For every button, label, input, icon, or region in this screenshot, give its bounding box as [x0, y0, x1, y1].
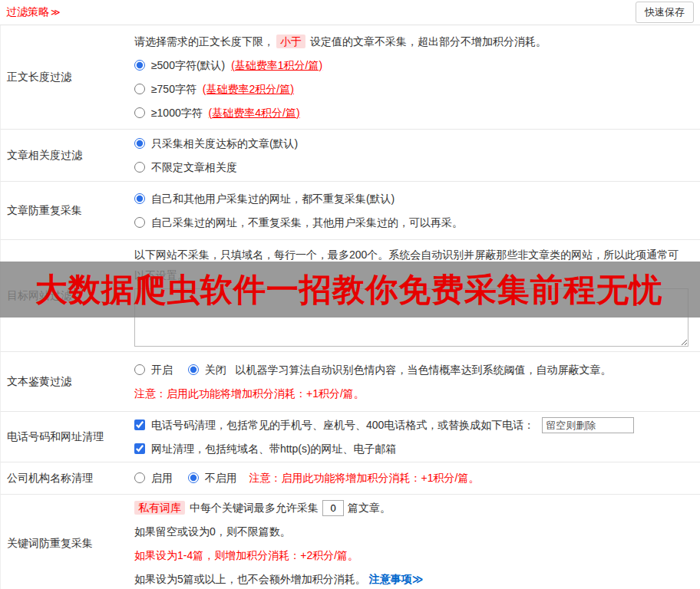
radio-option-ge500[interactable]: ≥500字符(默认) (基础费率1积分/篇): [134, 54, 694, 77]
section-company-clean-label: 公司机构名称清理: [1, 462, 134, 494]
section-phone-url: 电话号码和网址清理 电话号码清理，包括常见的手机号、座机号、400电话格式，或替…: [0, 412, 700, 462]
intro-post: 设定值的文章不采集，超出部分不增加积分消耗。: [310, 35, 546, 48]
section-porn-filter: 文本鉴黄过滤 开启 关闭 以机器学习算法自动识别色情内容，当色情概率达到系统阈值…: [0, 352, 700, 412]
radio-option-porn-off[interactable]: 关闭: [188, 364, 229, 376]
radio-ge1000-label: ≥1000字符: [151, 107, 203, 119]
page-title-text: 过滤策略: [6, 5, 49, 18]
radio-option-relevance-strict[interactable]: 只采集相关度达标的文章(默认): [134, 132, 694, 156]
notes-link[interactable]: 注意事项≫: [369, 573, 424, 585]
phone-replace-input[interactable]: [542, 417, 634, 433]
radio-option-ge750[interactable]: ≥750字符 (基础费率2积分/篇): [134, 77, 694, 101]
radio-ge750[interactable]: [134, 84, 145, 94]
keyword-rule-5plus: 如果设为5篇或以上，也不会额外增加积分消耗。: [134, 573, 366, 585]
radio-dedup-global-label: 自己和其他用户采集过的网址，都不重复采集(默认): [151, 192, 395, 205]
radio-company-disable-label: 不启用: [205, 472, 237, 484]
radio-porn-on-label: 开启: [151, 364, 173, 376]
chevron-down-icon: ≫: [51, 7, 61, 18]
radio-option-company-enable[interactable]: 启用: [134, 472, 176, 484]
radio-option-ge1000[interactable]: ≥1000字符 (基础费率4积分/篇): [134, 101, 694, 125]
section-porn-filter-label: 文本鉴黄过滤: [1, 352, 134, 411]
checkbox-option-url-clean[interactable]: 网址清理，包括纯域名、带http(s)的网址、电子邮箱: [134, 443, 397, 455]
radio-ge750-fee: (基础费率2积分/篇): [203, 83, 294, 95]
radio-option-company-disable[interactable]: 不启用: [188, 472, 240, 484]
keyword-rule-1-4: 如果设为1-4篇，则增加积分消耗：+2积分/篇。: [134, 544, 694, 568]
radio-porn-on[interactable]: [134, 364, 145, 375]
checkbox-phone-clean-label: 电话号码清理，包括常见的手机号、座机号、400电话格式，或替换成如下电话：: [151, 419, 534, 431]
radio-company-enable-label: 启用: [151, 472, 173, 484]
radio-ge500-label: ≥500字符(默认): [151, 59, 225, 71]
checkbox-option-phone-clean[interactable]: 电话号码清理，包括常见的手机号、座机号、400电话格式，或替换成如下电话：: [134, 419, 537, 431]
radio-company-disable[interactable]: [188, 472, 199, 483]
section-dedup: 文章防重复采集 自己和其他用户采集过的网址，都不重复采集(默认) 自己采集过的网…: [0, 182, 700, 240]
radio-option-dedup-global[interactable]: 自己和其他用户采集过的网址，都不重复采集(默认): [134, 187, 694, 211]
radio-ge1000[interactable]: [134, 107, 145, 118]
radio-porn-off[interactable]: [188, 364, 199, 375]
company-clean-note: 注意：启用此功能将增加积分消耗：+1积分/篇。: [249, 472, 480, 484]
radio-relevance-strict-label: 只采集相关度达标的文章(默认): [151, 137, 298, 150]
intro-pre: 请选择需求的正文长度下限，: [134, 35, 274, 48]
quick-save-button[interactable]: 快速保存: [636, 2, 694, 23]
target-site-desc: 以下网站不采集，只填域名，每行一个，最多200个。系统会自动识别并屏蔽那些非文章…: [134, 245, 688, 286]
radio-relevance-any[interactable]: [134, 162, 145, 173]
section-relevance-label: 文章相关度过滤: [1, 130, 134, 181]
section-relevance: 文章相关度过滤 只采集相关度达标的文章(默认) 不限定文章相关度: [0, 130, 700, 182]
keyword-limit-suffix: 篇文章。: [348, 502, 391, 514]
filter-strategy-page: 过滤策略≫ 快速保存 正文长度过滤 请选择需求的正文长度下限，小于设定值的文章不…: [0, 0, 700, 589]
section-body-length: 正文长度过滤 请选择需求的正文长度下限，小于设定值的文章不采集，超出部分不增加积…: [0, 25, 700, 130]
section-dedup-label: 文章防重复采集: [1, 182, 134, 239]
radio-option-porn-on[interactable]: 开启: [134, 364, 176, 376]
radio-relevance-any-label: 不限定文章相关度: [151, 161, 237, 173]
radio-ge500[interactable]: [134, 60, 145, 71]
radio-ge500-fee: (基础费率1积分/篇): [231, 59, 322, 71]
checkbox-phone-clean[interactable]: [134, 420, 145, 430]
page-title[interactable]: 过滤策略≫: [6, 5, 61, 19]
checkbox-url-clean[interactable]: [134, 443, 145, 454]
keyword-limit-input[interactable]: [322, 500, 344, 516]
checkbox-url-clean-label: 网址清理，包括纯域名、带http(s)的网址、电子邮箱: [151, 443, 397, 455]
section-keyword-dedup: 关键词防重复采集 私有词库中每个关键词最多允许采集篇文章。 如果留空或设为0，则…: [0, 495, 700, 589]
blocklist-textarea[interactable]: [134, 288, 688, 347]
radio-ge1000-fee: (基础费率4积分/篇): [209, 107, 300, 119]
section-body-length-label: 正文长度过滤: [1, 25, 134, 129]
radio-ge750-label: ≥750字符: [151, 83, 196, 95]
radio-company-enable[interactable]: [134, 472, 145, 483]
keyword-rule-zero: 如果留空或设为0，则不限篇数。: [134, 520, 694, 544]
section-target-site-label: 目标网站过滤: [1, 240, 134, 351]
section-target-site: 目标网站过滤 以下网站不采集，只填域名，每行一个，最多200个。系统会自动识别并…: [0, 240, 700, 352]
body-length-intro: 请选择需求的正文长度下限，小于设定值的文章不采集，超出部分不增加积分消耗。: [134, 30, 694, 54]
keyword-limit-text: 中每个关键词最多允许采集: [190, 502, 319, 514]
radio-option-relevance-any[interactable]: 不限定文章相关度: [134, 156, 694, 179]
porn-filter-note: 注意：启用此功能将增加积分消耗：+1积分/篇。: [134, 382, 694, 406]
radio-option-dedup-own[interactable]: 自己采集过的网址，不重复采集，其他用户采集过的，可以再采。: [134, 211, 694, 235]
radio-porn-off-label: 关闭: [205, 364, 226, 376]
radio-dedup-global[interactable]: [134, 193, 145, 204]
radio-relevance-strict[interactable]: [134, 138, 145, 149]
radio-dedup-own[interactable]: [134, 217, 145, 228]
radio-dedup-own-label: 自己采集过的网址，不重复采集，其他用户采集过的，可以再采。: [151, 216, 463, 229]
private-lexicon-tag: 私有词库: [134, 501, 185, 515]
section-keyword-dedup-label: 关键词防重复采集: [1, 495, 134, 589]
less-than-tag: 小于: [276, 35, 305, 48]
section-company-clean: 公司机构名称清理 启用 不启用 注意：启用此功能将增加积分消耗：+1积分/篇。: [0, 462, 700, 495]
page-header: 过滤策略≫ 快速保存: [0, 0, 700, 25]
section-phone-url-label: 电话号码和网址清理: [1, 412, 134, 462]
porn-filter-desc: 以机器学习算法自动识别色情内容，当色情概率达到系统阈值，自动屏蔽文章。: [236, 364, 612, 376]
